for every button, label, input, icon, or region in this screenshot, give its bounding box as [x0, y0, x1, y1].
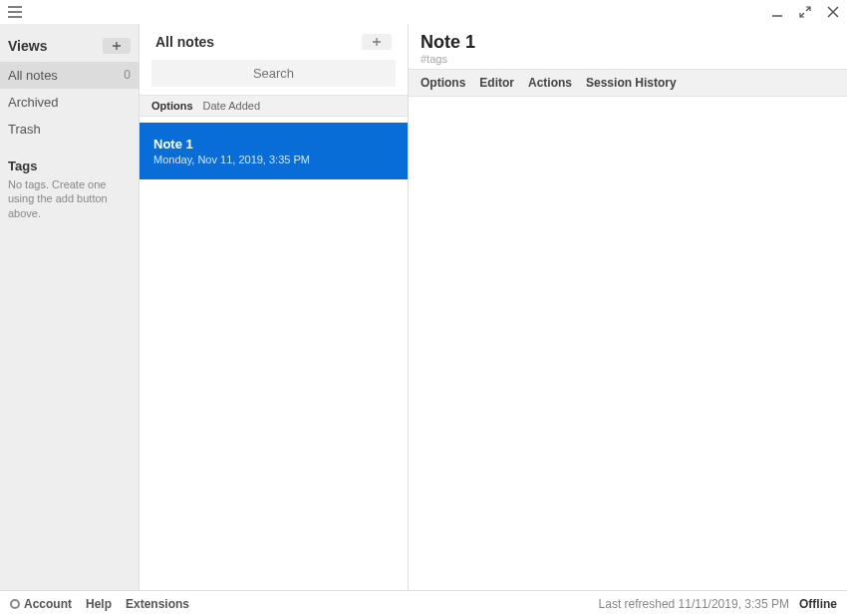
sidebar-item-all-notes[interactable]: All notes 0: [0, 62, 139, 89]
note-item-title: Note 1: [153, 137, 394, 152]
sidebar-item-count: 0: [124, 68, 131, 83]
note-list-item[interactable]: Note 1 Monday, Nov 11, 2019, 3:35 PM: [140, 123, 408, 179]
editor-toolbar-editor[interactable]: Editor: [479, 76, 514, 90]
notes-toolbar-date-added[interactable]: Date Added: [203, 100, 261, 112]
sidebar: Views All notes 0 Archived Trash Tags No…: [0, 24, 140, 590]
add-note-button[interactable]: [362, 34, 392, 50]
plus-icon: [372, 37, 382, 47]
editor-body[interactable]: [409, 97, 847, 590]
footer-account[interactable]: Account: [10, 597, 72, 611]
editor-toolbar-actions[interactable]: Actions: [528, 76, 572, 90]
editor-column: Note 1 #tags Options Editor Actions Sess…: [409, 24, 847, 590]
hamburger-menu-icon[interactable]: [6, 4, 24, 20]
main-area: Views All notes 0 Archived Trash Tags No…: [0, 24, 847, 590]
window-titlebar: [0, 0, 847, 24]
sidebar-item-label: Trash: [8, 122, 41, 137]
editor-toolbar-session-history[interactable]: Session History: [586, 76, 677, 90]
sidebar-item-trash[interactable]: Trash: [0, 116, 139, 143]
account-icon: [10, 599, 20, 609]
sidebar-views-label: Views: [8, 38, 47, 54]
note-item-date: Monday, Nov 11, 2019, 3:35 PM: [153, 154, 394, 165]
editor-toolbar-options[interactable]: Options: [421, 76, 465, 90]
notes-toolbar-options[interactable]: Options: [151, 100, 193, 112]
sidebar-views-header: Views: [0, 34, 139, 62]
footer-extensions[interactable]: Extensions: [126, 597, 189, 611]
footer-help[interactable]: Help: [86, 597, 112, 611]
add-view-button[interactable]: [103, 38, 131, 54]
notes-header: All notes: [140, 24, 408, 56]
notes-toolbar: Options Date Added: [140, 95, 408, 117]
footer-status: Offline: [799, 597, 837, 611]
search-wrap: [140, 56, 408, 95]
footer: Account Help Extensions Last refreshed 1…: [0, 590, 847, 616]
sidebar-tags-hint: No tags. Create one using the add button…: [0, 177, 139, 220]
minimize-icon[interactable]: [769, 4, 785, 20]
sidebar-item-archived[interactable]: Archived: [0, 89, 139, 116]
notes-header-title: All notes: [155, 34, 214, 50]
sidebar-item-label: All notes: [8, 68, 58, 83]
footer-account-label: Account: [24, 597, 72, 611]
footer-last-refreshed: Last refreshed 11/11/2019, 3:35 PM: [599, 597, 789, 611]
close-icon[interactable]: [825, 4, 841, 20]
editor-tags-field[interactable]: #tags: [409, 53, 847, 69]
editor-toolbar: Options Editor Actions Session History: [409, 69, 847, 97]
editor-title[interactable]: Note 1: [409, 24, 847, 53]
sidebar-item-label: Archived: [8, 95, 59, 110]
maximize-icon[interactable]: [797, 4, 813, 20]
plus-icon: [112, 41, 122, 51]
search-input[interactable]: [151, 60, 396, 87]
sidebar-tags-label: Tags: [0, 143, 139, 177]
notes-column: All notes Options Date Added Note 1 Mond…: [140, 24, 409, 590]
